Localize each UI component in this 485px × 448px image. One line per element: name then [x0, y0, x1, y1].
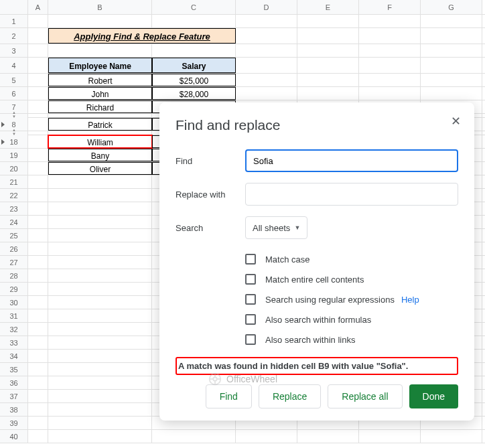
links-checkbox[interactable]: [245, 334, 256, 345]
cell-A38[interactable]: [28, 403, 48, 416]
cell-F40[interactable]: [359, 430, 421, 443]
cell-B33[interactable]: [48, 336, 152, 349]
row-num-26[interactable]: 26: [0, 242, 28, 255]
header-salary[interactable]: Salary: [152, 58, 236, 73]
regex-checkbox[interactable]: [245, 294, 256, 305]
cell-A29[interactable]: [28, 283, 48, 295]
cell-name-3[interactable]: Patrick: [48, 118, 152, 131]
cell-A24[interactable]: [28, 216, 48, 228]
cell-B36[interactable]: [48, 376, 152, 389]
cell-B34[interactable]: [48, 350, 152, 362]
row-num-40[interactable]: 40: [0, 430, 28, 443]
cell-C3[interactable]: [152, 44, 236, 57]
replace-all-button[interactable]: Replace all: [328, 384, 402, 408]
row-num-4[interactable]: 4: [0, 58, 28, 73]
row-num-38[interactable]: 38: [0, 403, 28, 416]
row-num-32[interactable]: 32: [0, 323, 28, 335]
cell-B38[interactable]: [48, 403, 152, 416]
cell-A5[interactable]: [28, 74, 48, 86]
cell-D40[interactable]: [236, 430, 297, 443]
col-header-B[interactable]: B: [48, 0, 152, 14]
cell-B23[interactable]: [48, 202, 152, 215]
select-all-corner[interactable]: [0, 0, 28, 14]
cell-C1[interactable]: [152, 15, 236, 27]
cell-E1[interactable]: [297, 15, 359, 27]
row-num-3[interactable]: 3: [0, 44, 28, 57]
cell-name-1[interactable]: John: [48, 87, 152, 100]
search-scope-dropdown[interactable]: All sheets ▼: [245, 216, 307, 239]
col-header-D[interactable]: D: [236, 0, 297, 14]
cell-A2[interactable]: [28, 28, 48, 44]
cell-A6[interactable]: [28, 87, 48, 100]
cell-F1[interactable]: [359, 15, 421, 27]
cell-A18[interactable]: [28, 135, 48, 148]
cell-B32[interactable]: [48, 323, 152, 335]
cell-salary-1[interactable]: $28,000: [152, 87, 236, 100]
cell-B22[interactable]: [48, 189, 152, 202]
cell-B28[interactable]: [48, 269, 152, 282]
col-header-E[interactable]: E: [297, 0, 359, 14]
cell-D2[interactable]: [236, 28, 297, 44]
formulas-checkbox[interactable]: [245, 314, 256, 325]
cell-E6[interactable]: [297, 87, 359, 100]
cell-E5[interactable]: [297, 74, 359, 86]
row-num-6[interactable]: 6: [0, 87, 28, 100]
cell-name-6[interactable]: Oliver: [48, 162, 152, 175]
cell-G2[interactable]: [421, 28, 482, 44]
cell-A8[interactable]: [28, 118, 48, 131]
cell-B25[interactable]: [48, 229, 152, 242]
cell-A36[interactable]: [28, 376, 48, 389]
cell-B39[interactable]: [48, 417, 152, 429]
replace-input[interactable]: [245, 183, 458, 206]
row-num-29[interactable]: 29: [0, 283, 28, 295]
row-num-19[interactable]: 19: [0, 149, 28, 161]
cell-A7[interactable]: [28, 100, 48, 113]
cell-A4[interactable]: [28, 58, 48, 73]
cell-F6[interactable]: [359, 87, 421, 100]
cell-F2[interactable]: [359, 28, 421, 44]
cell-name-0[interactable]: Robert: [48, 74, 152, 86]
row-num-33[interactable]: 33: [0, 336, 28, 349]
cell-A35[interactable]: [28, 363, 48, 376]
row-num-35[interactable]: 35: [0, 363, 28, 376]
col-header-A[interactable]: A: [28, 0, 48, 14]
cell-A3[interactable]: [28, 44, 48, 57]
find-input[interactable]: [245, 149, 458, 172]
cell-D1[interactable]: [236, 15, 297, 27]
cell-F3[interactable]: [359, 44, 421, 57]
cell-B40[interactable]: [48, 430, 152, 443]
cell-G1[interactable]: [421, 15, 482, 27]
help-link[interactable]: Help: [401, 295, 419, 305]
cell-A37[interactable]: [28, 390, 48, 402]
cell-G6[interactable]: [421, 87, 482, 100]
row-num-24[interactable]: 24: [0, 216, 28, 228]
cell-G5[interactable]: [421, 74, 482, 86]
cell-A25[interactable]: [28, 229, 48, 242]
cell-A27[interactable]: [28, 256, 48, 269]
cell-B30[interactable]: [48, 296, 152, 309]
row-num-37[interactable]: 37: [0, 390, 28, 402]
cell-G3[interactable]: [421, 44, 482, 57]
cell-A39[interactable]: [28, 417, 48, 429]
row-num-5[interactable]: 5: [0, 74, 28, 86]
row-num-23[interactable]: 23: [0, 202, 28, 215]
row-num-21[interactable]: 21: [0, 175, 28, 188]
cell-G4[interactable]: [421, 58, 482, 73]
cell-B24[interactable]: [48, 216, 152, 228]
cell-A34[interactable]: [28, 350, 48, 362]
cell-B3[interactable]: [48, 44, 152, 57]
cell-A31[interactable]: [28, 309, 48, 322]
cell-C40[interactable]: [152, 430, 236, 443]
cell-name-2[interactable]: Richard: [48, 100, 152, 113]
cell-A1[interactable]: [28, 15, 48, 27]
row-num-1[interactable]: 1: [0, 15, 28, 27]
header-name[interactable]: Employee Name: [48, 58, 152, 73]
cell-A19[interactable]: [28, 149, 48, 161]
cell-F5[interactable]: [359, 74, 421, 86]
cell-D3[interactable]: [236, 44, 297, 57]
find-button[interactable]: Find: [206, 384, 252, 408]
match-entire-checkbox[interactable]: [245, 274, 256, 285]
row-num-20[interactable]: 20: [0, 162, 28, 175]
cell-F4[interactable]: [359, 58, 421, 73]
cell-E4[interactable]: [297, 58, 359, 73]
